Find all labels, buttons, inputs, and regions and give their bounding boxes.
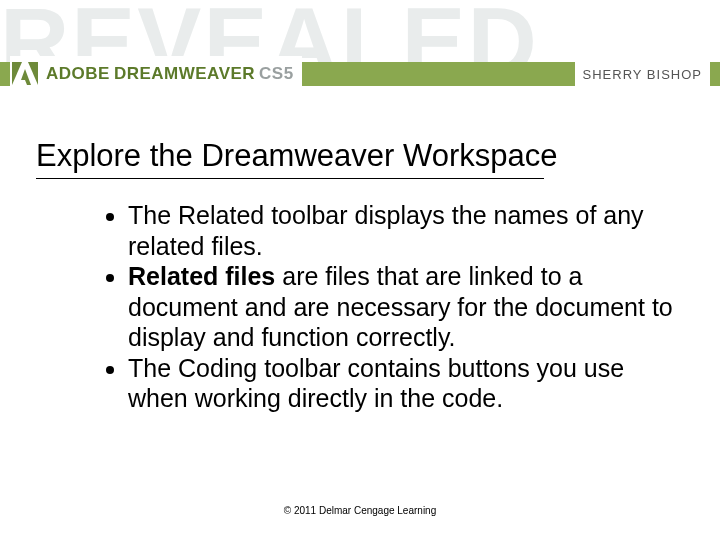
brand-product-text: DREAMWEAVER: [114, 64, 255, 84]
svg-marker-2: [21, 69, 31, 85]
banner-bar: ADOBE DREAMWEAVER CS5 SHERRY BISHOP: [0, 56, 720, 92]
list-item: The Related toolbar displays the names o…: [128, 200, 688, 261]
svg-marker-0: [12, 62, 22, 85]
author-name: SHERRY BISHOP: [583, 67, 702, 82]
list-item: Related files are files that are linked …: [128, 261, 688, 353]
bullet-text: The Coding toolbar contains buttons you …: [128, 354, 624, 413]
bullet-list: The Related toolbar displays the names o…: [108, 200, 688, 414]
author-block: SHERRY BISHOP: [575, 56, 710, 92]
list-item: The Coding toolbar contains buttons you …: [128, 353, 688, 414]
brand-block: ADOBE DREAMWEAVER CS5: [10, 56, 302, 92]
bullet-bold: Related files: [128, 262, 275, 290]
slide-banner: REVEALED ADOBE DREAMWEAVER CS5 SHERRY BI…: [0, 0, 720, 110]
footer-copyright: © 2011 Delmar Cengage Learning: [0, 505, 720, 516]
adobe-logo-icon: [10, 59, 40, 89]
slide-title: Explore the Dreamweaver Workspace: [36, 138, 557, 174]
brand-version-text: CS5: [259, 64, 294, 84]
title-underline: [36, 178, 544, 179]
bullet-text: The Related toolbar displays the names o…: [128, 201, 644, 260]
brand-adobe-text: ADOBE: [46, 64, 110, 84]
